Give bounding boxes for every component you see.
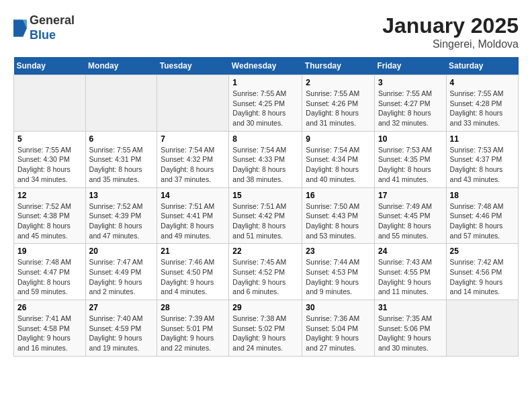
- calendar-cell: 16Sunrise: 7:50 AMSunset: 4:43 PMDayligh…: [302, 187, 375, 244]
- day-number: 2: [306, 78, 371, 87]
- page-header: General Blue January 2025 Singerei, Mold…: [13, 13, 519, 50]
- calendar-cell: [446, 300, 518, 357]
- calendar-subtitle: Singerei, Moldova: [382, 38, 519, 50]
- calendar-cell: 4Sunrise: 7:55 AMSunset: 4:28 PMDaylight…: [446, 75, 518, 132]
- calendar-cell: 20Sunrise: 7:47 AMSunset: 4:49 PMDayligh…: [85, 244, 157, 300]
- day-number: 12: [17, 191, 82, 200]
- calendar-cell: 9Sunrise: 7:54 AMSunset: 4:34 PMDaylight…: [302, 131, 375, 187]
- day-info: Sunrise: 7:51 AMSunset: 4:42 PMDaylight:…: [232, 201, 298, 241]
- calendar-cell: 21Sunrise: 7:46 AMSunset: 4:50 PMDayligh…: [157, 244, 229, 300]
- week-row-2: 5Sunrise: 7:55 AMSunset: 4:30 PMDaylight…: [14, 131, 519, 187]
- day-info: Sunrise: 7:36 AMSunset: 5:04 PMDaylight:…: [306, 314, 371, 353]
- day-number: 7: [161, 134, 225, 144]
- day-info: Sunrise: 7:42 AMSunset: 4:56 PMDaylight:…: [450, 257, 515, 297]
- week-row-5: 26Sunrise: 7:41 AMSunset: 4:58 PMDayligh…: [14, 300, 519, 357]
- day-number: 31: [378, 303, 443, 312]
- day-number: 28: [161, 303, 225, 312]
- day-number: 3: [378, 78, 443, 87]
- day-number: 8: [232, 134, 298, 144]
- calendar-cell: 29Sunrise: 7:38 AMSunset: 5:02 PMDayligh…: [229, 300, 302, 357]
- calendar-cell: 13Sunrise: 7:52 AMSunset: 4:39 PMDayligh…: [85, 187, 157, 244]
- day-info: Sunrise: 7:52 AMSunset: 4:39 PMDaylight:…: [89, 201, 154, 241]
- calendar-cell: 25Sunrise: 7:42 AMSunset: 4:56 PMDayligh…: [446, 244, 518, 300]
- calendar-cell: 1Sunrise: 7:55 AMSunset: 4:25 PMDaylight…: [229, 75, 302, 132]
- day-number: 16: [306, 191, 371, 200]
- day-info: Sunrise: 7:45 AMSunset: 4:52 PMDaylight:…: [232, 257, 298, 297]
- day-number: 18: [450, 191, 515, 200]
- day-info: Sunrise: 7:49 AMSunset: 4:45 PMDaylight:…: [378, 201, 443, 241]
- calendar-cell: 6Sunrise: 7:55 AMSunset: 4:31 PMDaylight…: [85, 131, 157, 187]
- day-info: Sunrise: 7:53 AMSunset: 4:35 PMDaylight:…: [378, 145, 443, 185]
- calendar-cell: 7Sunrise: 7:54 AMSunset: 4:32 PMDaylight…: [157, 131, 229, 187]
- day-info: Sunrise: 7:39 AMSunset: 5:01 PMDaylight:…: [161, 314, 225, 353]
- calendar-cell: 18Sunrise: 7:48 AMSunset: 4:46 PMDayligh…: [446, 187, 518, 244]
- day-info: Sunrise: 7:55 AMSunset: 4:26 PMDaylight:…: [306, 89, 371, 128]
- day-info: Sunrise: 7:55 AMSunset: 4:30 PMDaylight:…: [17, 145, 82, 185]
- calendar-cell: 10Sunrise: 7:53 AMSunset: 4:35 PMDayligh…: [374, 131, 446, 187]
- day-info: Sunrise: 7:54 AMSunset: 4:33 PMDaylight:…: [232, 145, 298, 185]
- calendar-cell: 30Sunrise: 7:36 AMSunset: 5:04 PMDayligh…: [302, 300, 375, 357]
- day-number: 13: [89, 191, 154, 200]
- day-number: 15: [232, 191, 298, 200]
- day-info: Sunrise: 7:43 AMSunset: 4:55 PMDaylight:…: [378, 257, 443, 297]
- day-info: Sunrise: 7:48 AMSunset: 4:46 PMDaylight:…: [450, 201, 515, 241]
- week-row-3: 12Sunrise: 7:52 AMSunset: 4:38 PMDayligh…: [14, 187, 519, 244]
- week-row-1: 1Sunrise: 7:55 AMSunset: 4:25 PMDaylight…: [14, 75, 519, 132]
- title-block: January 2025 Singerei, Moldova: [382, 13, 519, 50]
- day-info: Sunrise: 7:54 AMSunset: 4:32 PMDaylight:…: [161, 145, 225, 185]
- calendar-cell: 23Sunrise: 7:44 AMSunset: 4:53 PMDayligh…: [302, 244, 375, 300]
- day-info: Sunrise: 7:54 AMSunset: 4:34 PMDaylight:…: [306, 145, 371, 185]
- calendar-title: January 2025: [382, 13, 519, 38]
- logo: General Blue: [13, 13, 75, 42]
- calendar-cell: 5Sunrise: 7:55 AMSunset: 4:30 PMDaylight…: [14, 131, 86, 187]
- calendar-cell: 26Sunrise: 7:41 AMSunset: 4:58 PMDayligh…: [14, 300, 86, 357]
- logo-blue-text: Blue: [30, 28, 75, 43]
- day-number: 24: [378, 246, 443, 256]
- calendar-cell: 24Sunrise: 7:43 AMSunset: 4:55 PMDayligh…: [374, 244, 446, 300]
- weekday-header-wednesday: Wednesday: [229, 57, 302, 75]
- calendar-table: SundayMondayTuesdayWednesdayThursdayFrid…: [13, 57, 519, 357]
- day-number: 22: [232, 246, 298, 256]
- day-number: 11: [450, 134, 515, 144]
- day-info: Sunrise: 7:48 AMSunset: 4:47 PMDaylight:…: [17, 257, 82, 297]
- calendar-cell: 3Sunrise: 7:55 AMSunset: 4:27 PMDaylight…: [374, 75, 446, 132]
- day-number: 21: [161, 246, 225, 256]
- day-number: 27: [89, 303, 154, 312]
- day-number: 5: [17, 134, 82, 144]
- calendar-cell: [14, 75, 86, 132]
- day-number: 26: [17, 303, 82, 312]
- day-info: Sunrise: 7:46 AMSunset: 4:50 PMDaylight:…: [161, 257, 225, 297]
- day-number: 4: [450, 78, 515, 87]
- day-number: 25: [450, 246, 515, 256]
- calendar-cell: 14Sunrise: 7:51 AMSunset: 4:41 PMDayligh…: [157, 187, 229, 244]
- weekday-header-thursday: Thursday: [302, 57, 375, 75]
- day-info: Sunrise: 7:35 AMSunset: 5:06 PMDaylight:…: [378, 314, 443, 353]
- day-number: 10: [378, 134, 443, 144]
- calendar-cell: 12Sunrise: 7:52 AMSunset: 4:38 PMDayligh…: [14, 187, 86, 244]
- logo-general-text: General: [30, 13, 75, 28]
- calendar-cell: [85, 75, 157, 132]
- day-info: Sunrise: 7:55 AMSunset: 4:25 PMDaylight:…: [232, 89, 298, 128]
- day-info: Sunrise: 7:50 AMSunset: 4:43 PMDaylight:…: [306, 201, 371, 241]
- day-info: Sunrise: 7:55 AMSunset: 4:27 PMDaylight:…: [378, 89, 443, 128]
- day-info: Sunrise: 7:52 AMSunset: 4:38 PMDaylight:…: [17, 201, 82, 241]
- weekday-header-monday: Monday: [85, 57, 157, 75]
- day-number: 29: [232, 303, 298, 312]
- day-number: 17: [378, 191, 443, 200]
- calendar-cell: 28Sunrise: 7:39 AMSunset: 5:01 PMDayligh…: [157, 300, 229, 357]
- day-number: 14: [161, 191, 225, 200]
- calendar-cell: 11Sunrise: 7:53 AMSunset: 4:37 PMDayligh…: [446, 131, 518, 187]
- weekday-header-row: SundayMondayTuesdayWednesdayThursdayFrid…: [14, 57, 519, 75]
- day-number: 9: [306, 134, 371, 144]
- day-info: Sunrise: 7:55 AMSunset: 4:28 PMDaylight:…: [450, 89, 515, 128]
- calendar-cell: 2Sunrise: 7:55 AMSunset: 4:26 PMDaylight…: [302, 75, 375, 132]
- day-info: Sunrise: 7:38 AMSunset: 5:02 PMDaylight:…: [232, 314, 298, 353]
- day-info: Sunrise: 7:47 AMSunset: 4:49 PMDaylight:…: [89, 257, 154, 297]
- day-number: 20: [89, 246, 154, 256]
- day-number: 6: [89, 134, 154, 144]
- day-number: 19: [17, 246, 82, 256]
- day-number: 30: [306, 303, 371, 312]
- weekday-header-sunday: Sunday: [14, 57, 86, 75]
- day-info: Sunrise: 7:44 AMSunset: 4:53 PMDaylight:…: [306, 257, 371, 297]
- weekday-header-friday: Friday: [374, 57, 446, 75]
